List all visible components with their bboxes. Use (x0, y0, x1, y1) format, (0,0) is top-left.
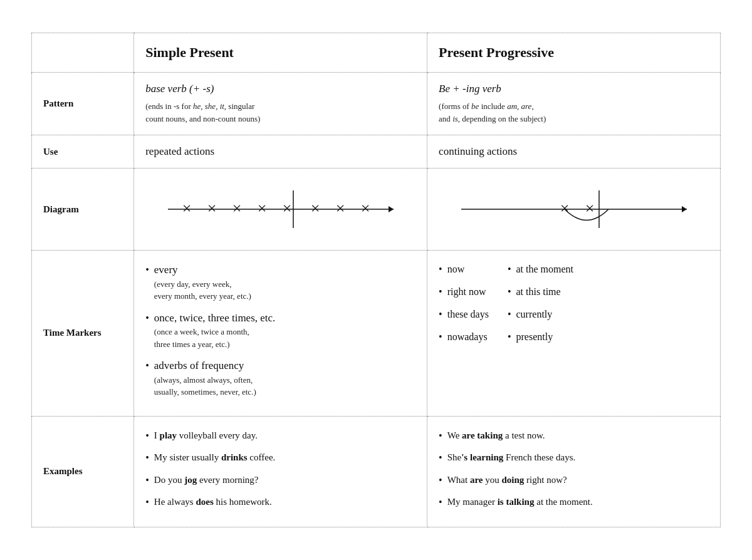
svg-text:×: × (232, 199, 241, 217)
svg-marker-1 (389, 206, 394, 212)
time-markers-progressive-wrapper: • now • right now • these days (439, 262, 709, 352)
bullet-icon: • (145, 494, 149, 511)
time-markers-label: Time Markers (32, 251, 134, 417)
examples-simple-cell: • I play volleyball every day. • My sist… (134, 416, 427, 527)
pattern-progressive-note: (forms of be include am, are,and is, dep… (439, 100, 709, 125)
ex-simple-text-1: I play volleyball every day. (154, 428, 258, 443)
bullet-icon: • (145, 358, 149, 373)
diagram-label: Diagram (32, 169, 134, 251)
time-markers-progressive-cell: • now • right now • these days (427, 251, 721, 417)
tm-simple-note-3: (always, almost always, often,usually, s… (154, 374, 256, 398)
tm-prog-text-at-this-time: at this time (516, 284, 561, 299)
bullet-icon: • (439, 472, 442, 489)
tm-prog-item-at-this-time: • at this time (508, 284, 573, 299)
pattern-label: Pattern (32, 73, 134, 135)
ex-simple-4: • He always does his homework. (145, 494, 415, 511)
bullet-icon: • (439, 307, 442, 322)
bullet-icon: • (508, 284, 511, 299)
grammar-table: Simple Present Present Progressive Patte… (31, 33, 721, 527)
ex-simple-text-3: Do you jog every morning? (154, 472, 259, 487)
diagram-row: Diagram × × × (32, 169, 721, 251)
header-simple-present: Simple Present (134, 33, 427, 73)
tm-prog-item-these-days: • these days (439, 307, 489, 322)
ex-simple-3: • Do you jog every morning? (145, 472, 415, 489)
tm-prog-text-at-the-moment: at the moment (516, 262, 574, 277)
tm-prog-item-presently: • presently (508, 329, 573, 345)
svg-marker-12 (682, 206, 687, 212)
bullet-icon: • (439, 450, 442, 466)
ex-prog-3: • What are you doing right now? (439, 472, 709, 489)
use-label: Use (32, 135, 134, 169)
svg-text:×: × (335, 199, 345, 217)
bullet-icon: • (145, 428, 149, 444)
time-markers-progressive-col2: • at the moment • at this time • current… (508, 262, 573, 352)
svg-text:×: × (310, 199, 320, 217)
diagram-progressive-svg: × × (455, 181, 693, 237)
tm-prog-text-presently: presently (516, 329, 553, 345)
tm-prog-item-currently: • currently (508, 307, 573, 322)
diagram-simple-cell: × × × × × × × (134, 169, 427, 251)
bullet-icon: • (508, 262, 511, 277)
bullet-icon: • (145, 472, 149, 489)
pattern-row: Pattern base verb (+ -s) (ends in -s for… (32, 73, 721, 135)
use-simple-cell: repeated actions (134, 135, 427, 169)
diagram-simple-svg: × × × × × × × (162, 181, 400, 237)
ex-prog-text-3: What are you doing right now? (447, 472, 567, 487)
svg-text:×: × (282, 199, 291, 217)
time-markers-progressive-col1: • now • right now • these days (439, 262, 489, 352)
tm-prog-text-these-days: these days (447, 307, 489, 322)
tm-simple-note-2: (once a week, twice a month,three times … (154, 326, 276, 350)
tm-simple-main-1: every (154, 262, 251, 278)
bullet-icon: • (508, 307, 511, 322)
svg-text:×: × (585, 199, 594, 217)
svg-text:×: × (560, 199, 569, 217)
examples-simple-list: • I play volleyball every day. • My sist… (145, 428, 415, 511)
examples-label: Examples (32, 416, 134, 527)
ex-prog-2: • She's learning French these days. (439, 450, 709, 466)
tm-simple-item-1: • every (every day, every week,every mon… (145, 262, 415, 303)
bullet-icon: • (439, 428, 442, 444)
ex-simple-text-2: My sister usually drinks coffee. (154, 450, 276, 465)
svg-text:×: × (207, 199, 216, 217)
diagram-progressive-cell: × × (427, 169, 721, 251)
tm-prog-item-right-now: • right now (439, 284, 489, 299)
ex-prog-text-4: My manager is talking at the moment. (447, 494, 593, 509)
examples-progressive-list: • We are taking a test now. • She's lear… (439, 428, 709, 511)
ex-prog-4: • My manager is talking at the moment. (439, 494, 709, 511)
tm-simple-item-2: • once, twice, three times, etc. (once a… (145, 310, 415, 351)
svg-text:×: × (360, 199, 370, 217)
use-progressive-cell: continuing actions (427, 135, 721, 169)
bullet-icon: • (439, 494, 442, 511)
tm-prog-text-currently: currently (516, 307, 553, 322)
examples-progressive-cell: • We are taking a test now. • She's lear… (427, 416, 721, 527)
ex-prog-text-2: She's learning French these days. (447, 450, 576, 465)
bullet-icon: • (439, 329, 442, 345)
pattern-simple-cell: base verb (+ -s) (ends in -s for he, she… (134, 73, 427, 135)
svg-text:×: × (182, 199, 191, 217)
ex-prog-1: • We are taking a test now. (439, 428, 709, 444)
time-markers-simple-list: • every (every day, every week,every mon… (145, 262, 415, 398)
bullet-icon: • (439, 284, 442, 299)
ex-simple-1: • I play volleyball every day. (145, 428, 415, 444)
ex-simple-2: • My sister usually drinks coffee. (145, 450, 415, 466)
tm-simple-note-1: (every day, every week,every month, ever… (154, 278, 251, 303)
tm-simple-main-2: once, twice, three times, etc. (154, 310, 276, 326)
use-simple-text: repeated actions (145, 145, 214, 157)
bullet-icon: • (508, 329, 511, 345)
header-present-progressive: Present Progressive (427, 33, 721, 73)
bullet-icon: • (145, 450, 149, 466)
tm-prog-item-at-the-moment: • at the moment (508, 262, 573, 277)
ex-simple-text-4: He always does his homework. (154, 494, 272, 509)
tm-prog-item-now: • now (439, 262, 489, 277)
main-table-wrapper: Simple Present Present Progressive Patte… (31, 33, 721, 527)
pattern-progressive-cell: Be + -ing verb (forms of be include am, … (427, 73, 721, 135)
examples-row: Examples • I play volleyball every day. … (32, 416, 721, 527)
tm-simple-item-3: • adverbs of frequency (always, almost a… (145, 358, 415, 398)
pattern-progressive-main: Be + -ing verb (439, 83, 709, 95)
tm-simple-main-3: adverbs of frequency (154, 358, 256, 374)
tm-prog-item-nowadays: • nowadays (439, 329, 489, 345)
bullet-icon: • (439, 262, 442, 277)
svg-text:×: × (257, 199, 266, 217)
tm-prog-text-nowadays: nowadays (447, 329, 488, 345)
time-markers-row: Time Markers • every (every day, every w… (32, 251, 721, 417)
